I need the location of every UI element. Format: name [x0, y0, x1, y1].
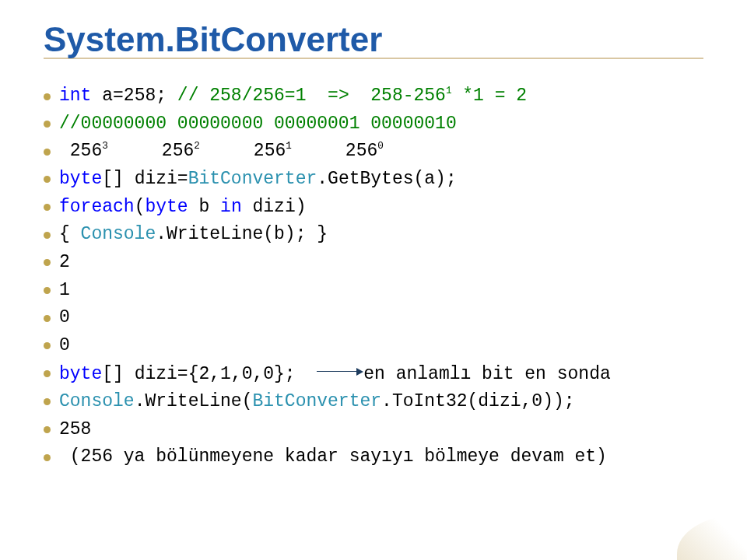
superscript: 3 [102, 141, 108, 152]
superscript: 0 [377, 141, 384, 152]
arrow-icon [317, 359, 363, 387]
code-line: Console.WriteLine(BitConverter.ToInt32(d… [44, 388, 703, 416]
corner-decoration [677, 515, 747, 560]
text: 0 [59, 335, 70, 355]
text: [] dizi= [102, 169, 188, 189]
code-line: int a=258; // 258/256=1 => 258-2561 *1 =… [44, 82, 703, 110]
text: en anlamlı bit en sonda [363, 364, 610, 384]
keyword: byte [59, 169, 102, 189]
slide-content: int a=258; // 258/256=1 => 258-2561 *1 =… [44, 65, 703, 471]
code-line: 2 [44, 249, 703, 277]
code-line: 258 [44, 416, 703, 444]
keyword: byte [59, 364, 102, 384]
keyword: byte [145, 197, 188, 217]
text: .WriteLine( [135, 391, 253, 411]
type: Console [81, 224, 156, 244]
keyword: int [59, 86, 91, 106]
text: ( [135, 197, 146, 217]
text: a=258; [91, 86, 177, 106]
text: .ToInt32(dizi,0)); [381, 391, 574, 411]
text: (256 ya bölünmeyene kadar sayıyı bölmeye… [59, 446, 607, 467]
keyword: in [220, 197, 242, 217]
text: dizi) [242, 197, 307, 217]
code-line: foreach(byte b in dizi) [44, 194, 703, 222]
type: BitConverter [188, 169, 317, 189]
text: b [188, 197, 220, 217]
text: 2 [59, 252, 70, 272]
slide: System.BitConverter int a=258; // 258/25… [0, 0, 747, 560]
code-line: 2563 2562 2561 2560 [44, 138, 703, 166]
code-line: { Console.WriteLine(b); } [44, 221, 703, 249]
text: 258 [59, 419, 91, 439]
code-line: //00000000 00000000 00000001 00000010 [44, 110, 703, 138]
code-line: 0 [44, 304, 703, 332]
code-line: byte[] dizi=BitConverter.GetBytes(a); [44, 166, 703, 194]
superscript: 1 [446, 86, 452, 97]
code-block: int a=258; // 258/256=1 => 258-2561 *1 =… [44, 82, 703, 471]
text: .WriteLine(b); } [156, 224, 328, 244]
code-line: 1 [44, 277, 703, 305]
code-line: (256 ya bölünmeyene kadar sayıyı bölmeye… [44, 443, 703, 471]
text: { [59, 224, 81, 244]
text: 0 [59, 307, 70, 327]
text: 2563 2562 2561 2560 [59, 141, 384, 161]
text: .GetBytes(a); [317, 169, 456, 189]
slide-title: System.BitConverter [44, 22, 703, 59]
keyword: foreach [59, 197, 135, 217]
text: 1 [59, 280, 70, 300]
text: [] dizi={2,1,0,0}; [102, 364, 295, 384]
type: Console [59, 391, 135, 411]
superscript: 1 [286, 141, 292, 152]
type: BitConverter [252, 391, 381, 411]
comment: // 258/256=1 => 258-2561 *1 = 2 [177, 86, 527, 106]
superscript: 2 [194, 141, 200, 152]
comment: //00000000 00000000 00000001 00000010 [59, 114, 457, 134]
code-line: byte[] dizi={2,1,0,0}; en anlamlı bit en… [44, 360, 703, 389]
code-line: 0 [44, 332, 703, 360]
